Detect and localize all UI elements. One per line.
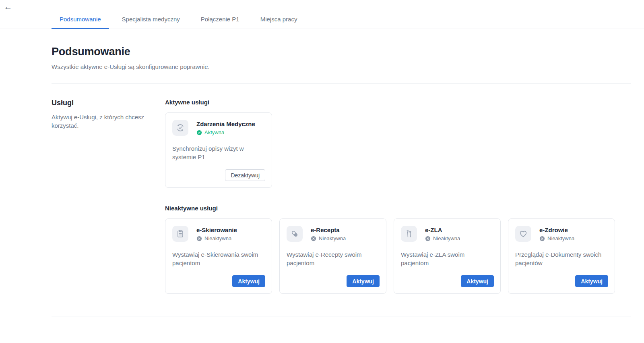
service-status-text: Nieaktywna: [547, 235, 574, 241]
clipboard-icon: [172, 226, 188, 242]
service-description: Synchronizuj opisy wizyt w systemie P1: [172, 144, 265, 161]
service-name: e-ZLA: [425, 227, 460, 233]
tab-miejsca-pracy[interactable]: Miejsca pracy: [252, 10, 305, 29]
service-status: Nieaktywna: [311, 235, 346, 241]
tab-specjalista-medyczny[interactable]: Specjalista medyczny: [114, 10, 188, 29]
services-section: Usługi Aktywuj e-Usługi, z których chces…: [52, 99, 631, 294]
service-status: Aktywna: [196, 129, 255, 135]
sync-check-icon: [172, 120, 188, 136]
service-name: e-Skierowanie: [196, 227, 237, 233]
card-foot: Dezaktywuj: [172, 169, 265, 181]
service-status-text: Nieaktywna: [319, 235, 346, 241]
heart-icon: [515, 226, 531, 242]
top-divider: [52, 83, 631, 84]
services-description: Aktywuj e-Usługi, z których chcesz korzy…: [52, 113, 146, 130]
bottom-divider: [52, 316, 631, 316]
service-status: Nieaktywna: [425, 235, 460, 241]
back-button[interactable]: ←: [2, 1, 14, 12]
services-intro: Usługi Aktywuj e-Usługi, z których chces…: [52, 99, 165, 294]
tab-polaczenie-p1[interactable]: Połączenie P1: [193, 10, 248, 29]
arrow-left-icon: ←: [4, 2, 12, 11]
x-circle-icon: [311, 236, 316, 241]
service-name: Zdarzenia Medyczne: [196, 121, 255, 127]
service-card-e-skierowanie: e-Skierowanie Nieaktywna: [165, 218, 272, 294]
card-head: e-Zdrowie Nieaktywna: [515, 226, 608, 242]
service-status: Nieaktywna: [196, 235, 237, 241]
card-foot: Aktywuj: [172, 275, 265, 287]
services-lists: Aktywne usługi: [165, 99, 615, 294]
page-title: Podsumowanie: [52, 46, 631, 58]
crutches-icon: [401, 226, 417, 242]
service-name: e-Zdrowie: [539, 227, 574, 233]
card-foot: Aktywuj: [515, 275, 608, 287]
service-description: Wystawiaj e-Recepty swoim pacjentom: [287, 250, 380, 267]
check-circle-icon: [196, 130, 202, 135]
card-head: e-ZLA Nieaktywna: [401, 226, 494, 242]
card-desc-wrap: Synchronizuj opisy wizyt w systemie P1: [172, 136, 265, 169]
service-description: Wystawiaj e-Skierowania swoim pacjentom: [172, 250, 265, 267]
card-foot: Aktywuj: [287, 275, 380, 287]
active-services-label: Aktywne usługi: [165, 99, 615, 106]
service-name: e-Recepta: [311, 227, 346, 233]
card-desc-wrap: Wystawiaj e-ZLA swoim pacjentom: [401, 242, 494, 275]
card-head-text: e-Skierowanie Nieaktywna: [196, 226, 237, 242]
page-subtitle: Wszystkie aktywne e-Usługi są skonfiguro…: [52, 63, 631, 70]
activate-button[interactable]: Aktywuj: [461, 275, 494, 287]
x-circle-icon: [425, 236, 431, 241]
service-status: Nieaktywna: [539, 235, 574, 241]
card-head: e-Recepta Nieaktywna: [287, 226, 380, 242]
active-services-row: Zdarzenia Medyczne Aktywna: [165, 112, 615, 188]
card-foot: Aktywuj: [401, 275, 494, 287]
service-card-e-zla: e-ZLA Nieaktywna: [394, 218, 501, 294]
card-head: e-Skierowanie Nieaktywna: [172, 226, 265, 242]
card-head: Zdarzenia Medyczne Aktywna: [172, 120, 265, 136]
service-description: Przeglądaj e-Dokumenty swoich pacjentów: [515, 250, 608, 267]
card-head-text: e-ZLA Nieaktywna: [425, 226, 460, 242]
settings-tabbar: Podsumowanie Specjalista medyczny Połącz…: [0, 10, 644, 29]
services-heading: Usługi: [52, 99, 165, 107]
pill-icon: [287, 226, 303, 242]
service-status-text: Nieaktywna: [433, 235, 460, 241]
main-content: Podsumowanie Wszystkie aktywne e-Usługi …: [0, 46, 644, 294]
card-head-text: Zdarzenia Medyczne Aktywna: [196, 120, 255, 136]
deactivate-button[interactable]: Dezaktywuj: [225, 169, 265, 181]
activate-button[interactable]: Aktywuj: [232, 275, 265, 287]
activate-button[interactable]: Aktywuj: [575, 275, 608, 287]
service-status-text: Aktywna: [204, 129, 224, 135]
service-card-e-zdrowie: e-Zdrowie Nieaktywna: [508, 218, 615, 294]
service-status-text: Nieaktywna: [204, 235, 231, 241]
card-head-text: e-Zdrowie Nieaktywna: [539, 226, 574, 242]
card-desc-wrap: Wystawiaj e-Skierowania swoim pacjentom: [172, 242, 265, 275]
service-card-e-recepta: e-Recepta Nieaktywna: [279, 218, 386, 294]
service-description: Wystawiaj e-ZLA swoim pacjentom: [401, 250, 494, 267]
x-circle-icon: [539, 236, 545, 241]
tab-podsumowanie[interactable]: Podsumowanie: [52, 10, 109, 29]
inactive-services-label: Nieaktywne usługi: [165, 205, 615, 212]
card-head-text: e-Recepta Nieaktywna: [311, 226, 346, 242]
x-circle-icon: [196, 236, 202, 241]
card-desc-wrap: Przeglądaj e-Dokumenty swoich pacjentów: [515, 242, 608, 275]
service-card-zdarzenia-medyczne: Zdarzenia Medyczne Aktywna: [165, 112, 272, 188]
inactive-services-row: e-Skierowanie Nieaktywna: [165, 218, 615, 294]
card-desc-wrap: Wystawiaj e-Recepty swoim pacjentom: [287, 242, 380, 275]
activate-button[interactable]: Aktywuj: [347, 275, 380, 287]
